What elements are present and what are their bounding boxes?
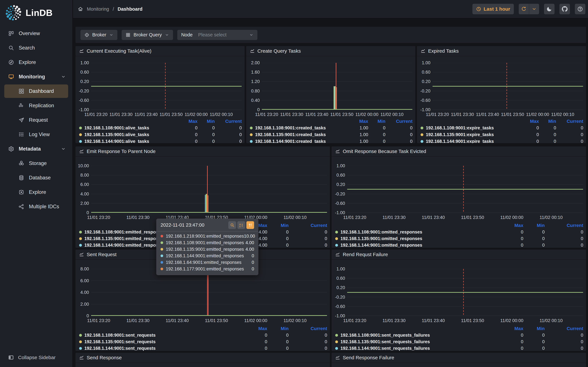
series-color-dot (161, 248, 163, 250)
legend-series[interactable]: 192.168.1.135:9001:alive_tasks (79, 132, 176, 137)
legend-series[interactable]: 192.168.1.108:9001:created_tasks (250, 125, 347, 131)
y-axis-label: 0 (76, 313, 89, 318)
legend-header[interactable]: Max (518, 119, 539, 124)
legend-header[interactable]: Current (545, 223, 583, 228)
panel-title: Expired Tasks (428, 48, 459, 54)
broker-dropdown[interactable]: Broker (80, 30, 117, 40)
legend-header[interactable]: Min (539, 119, 556, 124)
sidebar-item-search[interactable]: Search (0, 41, 72, 55)
series-max: 0 (497, 243, 523, 248)
panel-header: Expired Tasks (417, 46, 586, 56)
github-button[interactable] (559, 4, 570, 14)
legend-header[interactable]: Min (523, 223, 545, 228)
legend-series[interactable]: 192.168.1.108:9001:alive_tasks (79, 125, 176, 131)
chart-line-icon (79, 49, 84, 53)
series-name: 192.168.1.144:9001:sent_requests (84, 346, 156, 351)
legend-series[interactable]: 192.168.1.144:9001:omitted_responses (335, 243, 497, 248)
series-min: 0 (267, 333, 289, 338)
chart-plot[interactable] (91, 166, 327, 214)
legend-series[interactable]: 192.168.1.135:9001:expire_tasks (421, 132, 518, 137)
x-axis-label: 11/01 23:20 (426, 112, 449, 117)
time-range-button[interactable]: Last 1 hour (472, 4, 514, 14)
x-axis-label: 11/01 23:30 (280, 112, 303, 117)
sidebar-item-overview[interactable]: Overview (0, 26, 72, 41)
legend-series[interactable]: 192.168.1.135:9001:sent_requests (79, 339, 241, 344)
legend-header[interactable]: Current (289, 223, 327, 228)
sidebar-item-log-view[interactable]: Log View (0, 127, 72, 142)
help-button[interactable] (575, 4, 585, 14)
legend-header[interactable]: Min (267, 326, 289, 331)
sidebar-item-metadata[interactable]: Metadata (0, 142, 72, 156)
y-axis-label: -1.00 (417, 107, 430, 112)
sidebar-item-dashboard[interactable]: Dashboard (4, 84, 68, 98)
explore-eye-icon (18, 189, 24, 195)
legend-header[interactable]: Current (289, 326, 327, 331)
node-select[interactable]: Node Please select (177, 30, 257, 40)
legend-header[interactable]: Min (523, 326, 545, 331)
sidebar-item-monitoring[interactable]: Monitoring (0, 69, 72, 84)
legend-series[interactable]: 192.168.1.144:9001:created_tasks (250, 139, 347, 143)
chart-line-icon (335, 355, 340, 360)
chart-plot[interactable] (91, 269, 327, 317)
chart-plot[interactable] (91, 63, 242, 111)
panel-title: Omit Response Because Task Evicted (343, 149, 426, 154)
legend-series[interactable]: 192.168.1.108:9001:sent_requests_failure… (335, 333, 497, 338)
sidebar-item-request[interactable]: Request (0, 113, 72, 127)
legend-header[interactable]: Max (497, 223, 523, 228)
breadcrumb-section[interactable]: Monitoring (87, 6, 109, 12)
sidebar-item-replication[interactable]: Replication (0, 98, 72, 113)
legend-series[interactable]: 192.168.1.144:9001:sent_requests_failure… (335, 346, 497, 351)
y-axis-label: -1.00 (332, 210, 345, 215)
series-name: 192.168.1.144:9001:emitted_responses (84, 243, 166, 248)
tooltip-sort-alpha-button[interactable]: AZ (237, 221, 245, 229)
legend-header[interactable]: Min (368, 119, 385, 124)
legend-series[interactable]: 192.168.1.144:9001:sent_requests (79, 346, 241, 351)
legend-header[interactable]: Min (198, 119, 215, 124)
chart-line-icon (79, 149, 84, 154)
tooltip-sort-value-button[interactable] (246, 221, 254, 229)
legend-header[interactable]: Current (545, 326, 583, 331)
broker-query-dropdown[interactable]: Broker Query (122, 30, 173, 40)
legend-series[interactable]: 192.168.1.135:9001:omitted_responses (335, 236, 497, 241)
series-max: 0 (176, 139, 198, 143)
legend-header[interactable]: Current (385, 119, 413, 124)
legend-header[interactable]: Current (556, 119, 583, 124)
collapse-sidebar-button[interactable]: Collapse Sidebar (8, 355, 55, 360)
panel-header: Send Response Failure (332, 353, 586, 363)
panel-header: Create Query Tasks (246, 46, 415, 56)
legend-series[interactable]: 192.168.1.108:9001:sent_requests (79, 333, 241, 338)
series-max: 0 (497, 333, 523, 338)
legend-series[interactable]: 192.168.1.144:9001:alive_tasks (79, 139, 176, 143)
legend-series[interactable]: 192.168.1.144:9001:expire_tasks (421, 139, 518, 143)
refresh-button[interactable] (519, 4, 529, 14)
legend-series[interactable]: 192.168.1.108:9001:expire_tasks (421, 125, 518, 131)
chart-plot[interactable] (347, 269, 583, 317)
sidebar-item-database[interactable]: Database (0, 171, 72, 185)
legend-header[interactable]: Max (497, 326, 523, 331)
sidebar-item-multiple-idcs[interactable]: Multiple IDCs (0, 200, 72, 214)
series-color-dot (79, 231, 82, 234)
compass-icon (8, 59, 14, 65)
chart-plot[interactable] (432, 63, 583, 111)
sidebar-item-explore[interactable]: Explore (0, 185, 72, 200)
chart-plot[interactable] (347, 166, 583, 214)
tooltip-search-button[interactable] (228, 221, 236, 229)
legend-header[interactable]: Max (347, 119, 368, 124)
top-bar: Monitoring / Dashboard Last 1 hour (73, 0, 588, 18)
legend-series[interactable]: 192.168.1.135:9001:sent_requests_failure… (335, 339, 497, 344)
legend-header[interactable]: Max (241, 326, 267, 331)
brand: LinDB (0, 0, 72, 21)
legend-header[interactable]: Max (176, 119, 198, 124)
chart-plot[interactable] (262, 63, 412, 111)
refresh-interval-dropdown[interactable] (529, 4, 539, 14)
x-axis-label: 11/01 23:20 (343, 215, 366, 220)
sidebar-item-storage[interactable]: Storage (0, 156, 72, 171)
legend-series[interactable]: 192.168.1.135:9001:created_tasks (250, 132, 347, 137)
legend-header[interactable]: Current (215, 119, 242, 124)
legend-header[interactable]: Min (267, 223, 289, 228)
refresh-icon (521, 6, 527, 12)
theme-toggle-button[interactable] (544, 4, 554, 14)
legend-series[interactable]: 192.168.1.108:9001:omitted_responses (335, 230, 497, 235)
sidebar-item-explore[interactable]: Explore (0, 55, 72, 69)
home-icon[interactable] (78, 6, 83, 12)
